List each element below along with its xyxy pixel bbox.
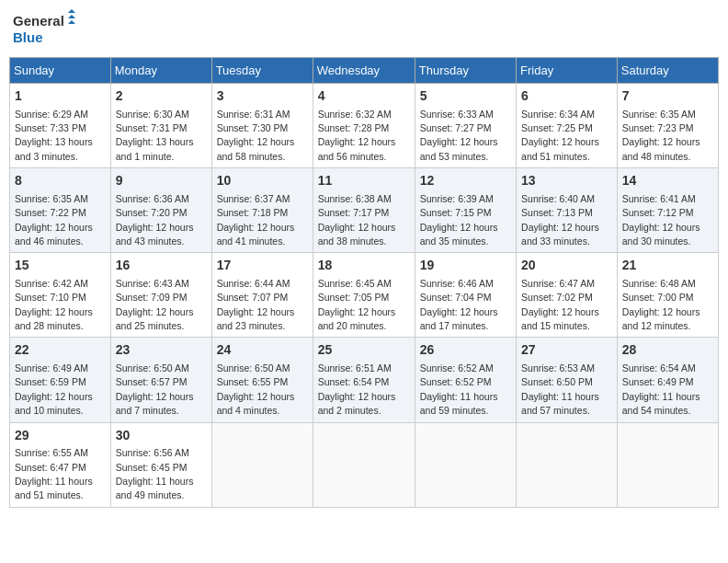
calendar-cell	[617, 422, 718, 507]
day-info: Sunrise: 6:40 AMSunset: 7:13 PMDaylight:…	[521, 193, 599, 247]
calendar-cell: 16 Sunrise: 6:43 AMSunset: 7:09 PMDaylig…	[110, 253, 211, 338]
day-info: Sunrise: 6:37 AMSunset: 7:18 PMDaylight:…	[217, 193, 295, 247]
calendar-week-row: 15 Sunrise: 6:42 AMSunset: 7:10 PMDaylig…	[10, 253, 719, 338]
calendar-cell: 29 Sunrise: 6:55 AMSunset: 6:47 PMDaylig…	[10, 422, 111, 507]
day-info: Sunrise: 6:32 AMSunset: 7:28 PMDaylight:…	[318, 109, 396, 162]
day-info: Sunrise: 6:45 AMSunset: 7:05 PMDaylight:…	[318, 278, 396, 331]
day-info: Sunrise: 6:39 AMSunset: 7:15 PMDaylight:…	[420, 193, 498, 247]
calendar-cell: 27 Sunrise: 6:53 AMSunset: 6:50 PMDaylig…	[517, 338, 618, 422]
calendar-cell: 15 Sunrise: 6:42 AMSunset: 7:10 PMDaylig…	[10, 253, 111, 338]
day-info: Sunrise: 6:53 AMSunset: 6:50 PMDaylight:…	[521, 362, 599, 416]
weekday-header-friday: Friday	[517, 58, 618, 84]
weekday-header-sunday: Sunday	[10, 58, 111, 84]
calendar-cell: 24 Sunrise: 6:50 AMSunset: 6:55 PMDaylig…	[211, 338, 313, 422]
day-info: Sunrise: 6:52 AMSunset: 6:52 PMDaylight:…	[420, 362, 498, 416]
calendar-cell: 3 Sunrise: 6:31 AMSunset: 7:30 PMDayligh…	[211, 84, 313, 168]
weekday-header-tuesday: Tuesday	[211, 58, 313, 84]
calendar-cell: 28 Sunrise: 6:54 AMSunset: 6:49 PMDaylig…	[617, 338, 718, 422]
day-number: 1	[15, 87, 106, 106]
calendar-cell	[517, 422, 618, 507]
day-number: 4	[318, 87, 410, 106]
calendar-cell: 7 Sunrise: 6:35 AMSunset: 7:23 PMDayligh…	[617, 84, 718, 168]
weekday-header-saturday: Saturday	[617, 58, 718, 84]
day-info: Sunrise: 6:34 AMSunset: 7:25 PMDaylight:…	[521, 109, 599, 162]
logo-svg: General Blue	[13, 9, 77, 50]
day-info: Sunrise: 6:50 AMSunset: 6:57 PMDaylight:…	[116, 362, 194, 416]
calendar-cell: 19 Sunrise: 6:46 AMSunset: 7:04 PMDaylig…	[415, 253, 516, 338]
day-number: 9	[116, 172, 207, 190]
day-number: 8	[15, 172, 106, 190]
svg-marker-2	[68, 9, 75, 13]
calendar-cell: 12 Sunrise: 6:39 AMSunset: 7:15 PMDaylig…	[415, 168, 516, 253]
day-info: Sunrise: 6:50 AMSunset: 6:55 PMDaylight:…	[217, 362, 295, 416]
calendar-cell: 14 Sunrise: 6:41 AMSunset: 7:12 PMDaylig…	[617, 168, 718, 253]
calendar-cell: 9 Sunrise: 6:36 AMSunset: 7:20 PMDayligh…	[110, 168, 211, 253]
day-number: 12	[420, 172, 511, 190]
calendar-cell: 25 Sunrise: 6:51 AMSunset: 6:54 PMDaylig…	[313, 338, 415, 422]
day-info: Sunrise: 6:56 AMSunset: 6:45 PMDaylight:…	[116, 447, 194, 500]
calendar-cell: 1 Sunrise: 6:29 AMSunset: 7:33 PMDayligh…	[10, 84, 111, 168]
calendar-cell: 13 Sunrise: 6:40 AMSunset: 7:13 PMDaylig…	[517, 168, 618, 253]
calendar-cell: 11 Sunrise: 6:38 AMSunset: 7:17 PMDaylig…	[313, 168, 415, 253]
day-info: Sunrise: 6:44 AMSunset: 7:07 PMDaylight:…	[217, 278, 295, 331]
calendar-cell	[415, 422, 516, 507]
calendar-cell: 21 Sunrise: 6:48 AMSunset: 7:00 PMDaylig…	[617, 253, 718, 338]
day-info: Sunrise: 6:33 AMSunset: 7:27 PMDaylight:…	[420, 109, 498, 162]
calendar-cell: 4 Sunrise: 6:32 AMSunset: 7:28 PMDayligh…	[313, 84, 415, 168]
day-number: 13	[521, 172, 612, 190]
day-info: Sunrise: 6:48 AMSunset: 7:00 PMDaylight:…	[622, 278, 700, 331]
calendar-cell	[313, 422, 415, 507]
day-number: 10	[217, 172, 308, 190]
page-header: General Blue	[9, 9, 719, 50]
day-number: 3	[217, 87, 308, 106]
calendar-week-row: 1 Sunrise: 6:29 AMSunset: 7:33 PMDayligh…	[10, 84, 719, 168]
day-info: Sunrise: 6:54 AMSunset: 6:49 PMDaylight:…	[622, 362, 700, 416]
day-info: Sunrise: 6:29 AMSunset: 7:33 PMDaylight:…	[15, 109, 93, 162]
day-info: Sunrise: 6:49 AMSunset: 6:59 PMDaylight:…	[15, 362, 93, 416]
calendar-cell: 8 Sunrise: 6:35 AMSunset: 7:22 PMDayligh…	[10, 168, 111, 253]
day-number: 6	[521, 87, 612, 106]
day-number: 20	[521, 257, 612, 275]
day-info: Sunrise: 6:35 AMSunset: 7:22 PMDaylight:…	[15, 193, 93, 247]
day-info: Sunrise: 6:38 AMSunset: 7:17 PMDaylight:…	[318, 193, 396, 247]
day-number: 26	[420, 341, 511, 360]
day-number: 21	[622, 257, 713, 275]
day-info: Sunrise: 6:42 AMSunset: 7:10 PMDaylight:…	[15, 278, 93, 331]
day-number: 16	[116, 257, 207, 275]
day-info: Sunrise: 6:41 AMSunset: 7:12 PMDaylight:…	[622, 193, 700, 247]
calendar-cell: 23 Sunrise: 6:50 AMSunset: 6:57 PMDaylig…	[110, 338, 211, 422]
calendar-cell: 26 Sunrise: 6:52 AMSunset: 6:52 PMDaylig…	[415, 338, 516, 422]
weekday-header-monday: Monday	[110, 58, 211, 84]
weekday-header-wednesday: Wednesday	[313, 58, 415, 84]
day-info: Sunrise: 6:30 AMSunset: 7:31 PMDaylight:…	[116, 109, 194, 162]
svg-text:General: General	[13, 13, 64, 29]
day-number: 28	[622, 341, 713, 360]
svg-marker-4	[68, 20, 75, 24]
svg-marker-3	[68, 15, 75, 18]
calendar-cell: 18 Sunrise: 6:45 AMSunset: 7:05 PMDaylig…	[313, 253, 415, 338]
day-info: Sunrise: 6:43 AMSunset: 7:09 PMDaylight:…	[116, 278, 194, 331]
day-number: 17	[217, 257, 308, 275]
day-info: Sunrise: 6:36 AMSunset: 7:20 PMDaylight:…	[116, 193, 194, 247]
calendar-week-row: 22 Sunrise: 6:49 AMSunset: 6:59 PMDaylig…	[10, 338, 719, 422]
day-number: 30	[116, 427, 207, 445]
calendar-week-row: 29 Sunrise: 6:55 AMSunset: 6:47 PMDaylig…	[10, 422, 719, 507]
logo: General Blue	[13, 9, 77, 50]
calendar-cell: 10 Sunrise: 6:37 AMSunset: 7:18 PMDaylig…	[211, 168, 313, 253]
day-number: 19	[420, 257, 511, 275]
calendar-cell: 22 Sunrise: 6:49 AMSunset: 6:59 PMDaylig…	[10, 338, 111, 422]
day-number: 24	[217, 341, 308, 360]
calendar-cell: 6 Sunrise: 6:34 AMSunset: 7:25 PMDayligh…	[517, 84, 618, 168]
calendar-cell: 30 Sunrise: 6:56 AMSunset: 6:45 PMDaylig…	[110, 422, 211, 507]
day-number: 25	[318, 341, 410, 360]
day-number: 18	[318, 257, 410, 275]
day-number: 14	[622, 172, 713, 190]
day-info: Sunrise: 6:47 AMSunset: 7:02 PMDaylight:…	[521, 278, 599, 331]
day-number: 15	[15, 257, 106, 275]
day-info: Sunrise: 6:31 AMSunset: 7:30 PMDaylight:…	[217, 109, 295, 162]
calendar-cell	[211, 422, 313, 507]
svg-text:Blue: Blue	[13, 29, 43, 45]
day-number: 11	[318, 172, 410, 190]
day-info: Sunrise: 6:55 AMSunset: 6:47 PMDaylight:…	[15, 447, 93, 500]
calendar-cell: 17 Sunrise: 6:44 AMSunset: 7:07 PMDaylig…	[211, 253, 313, 338]
